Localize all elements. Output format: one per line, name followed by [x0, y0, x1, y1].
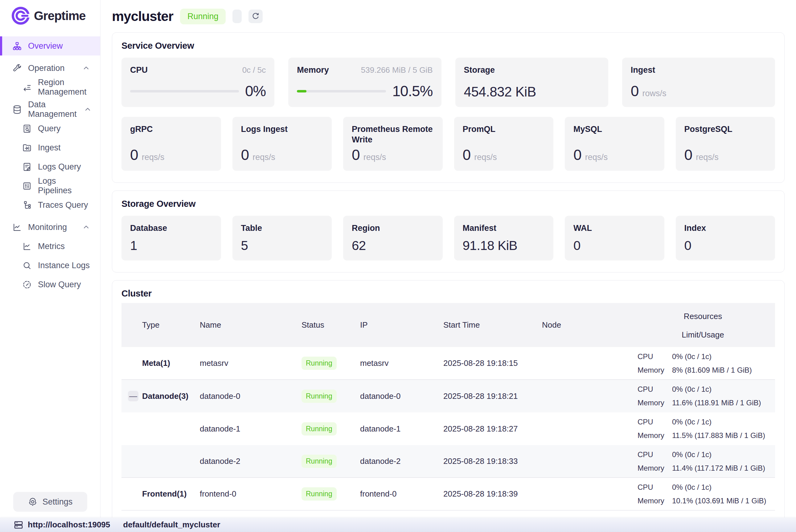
rate-label: PromQL: [463, 124, 545, 135]
storage-card-index: Index 0: [676, 216, 775, 261]
status-badge: Running: [180, 8, 226, 24]
memory-resource-label: Memory: [638, 366, 672, 375]
memory-resource-label: Memory: [638, 464, 672, 473]
memory-resource-value: 11.4% (117.172 MiB / 1 GiB): [672, 464, 765, 473]
column-start-time: Start Time: [437, 320, 535, 330]
row-type: Datanode(3): [142, 392, 188, 401]
sidebar-item-traces-query[interactable]: Traces Query: [0, 195, 100, 214]
sidebar: Greptime Overview Operation: [0, 0, 100, 532]
action-button[interactable]: [232, 10, 242, 23]
cpu-limit: 0c / 5c: [242, 65, 266, 75]
row-status-badge: Running: [302, 422, 337, 436]
chevron-up-icon[interactable]: [83, 106, 93, 113]
column-ip: IP: [353, 320, 437, 330]
row-status-badge: Running: [302, 390, 337, 403]
settings-button[interactable]: Settings: [13, 492, 87, 512]
storage-card-database: Database 1: [121, 216, 221, 261]
memory-limit: 539.266 MiB / 5 GiB: [361, 65, 433, 75]
cluster-panel: Cluster Type Name Status IP Start Time N…: [112, 280, 784, 522]
sidebar-item-label: Instance Logs: [38, 261, 90, 270]
memory-card: Memory 539.266 MiB / 5 GiB 10.5%: [288, 58, 441, 107]
section-title: Storage Overview: [121, 199, 775, 209]
sidebar-group-operation[interactable]: Operation: [0, 59, 100, 78]
storage-card-value: 91.18 KiB: [463, 238, 545, 253]
storage-card-value: 1: [130, 238, 212, 253]
service-metric-cards: CPU 0c / 5c 0% Memory 539.266 MiB / 5 Gi…: [121, 58, 775, 107]
storage-card-label: Region: [352, 223, 434, 234]
sidebar-item-label: Metrics: [38, 242, 65, 251]
database-icon: [12, 105, 22, 114]
sidebar-item-logs-pipelines[interactable]: Logs Pipelines: [0, 176, 100, 195]
table-row-datanode-1: datanode-1 Running datanode-1 2025-08-28…: [121, 413, 775, 445]
database-path: default/default_mycluster: [123, 520, 220, 530]
cpu-resource-label: CPU: [638, 450, 672, 459]
table-body: Meta(1) metasrv Running metasrv 2025-08-…: [121, 347, 775, 510]
refresh-icon: [251, 12, 260, 21]
column-node: Node: [535, 320, 631, 330]
service-overview-panel: Service Overview CPU 0c / 5c 0% Memory: [112, 32, 784, 183]
storage-cards: Database 1 Table 5 Region 62 Manifest 91…: [121, 216, 775, 261]
storage-card-value: 62: [352, 238, 434, 253]
storage-card-label: Index: [684, 223, 767, 234]
sidebar-group-label: Monitoring: [28, 223, 67, 232]
refresh-button[interactable]: [248, 10, 263, 23]
metrics-chart-icon: [22, 242, 32, 251]
column-name: Name: [193, 320, 295, 330]
speedometer-icon: [22, 280, 32, 289]
rate-unit: reqs/s: [474, 153, 497, 162]
cpu-resource-value: 0% (0c / 1c): [672, 385, 712, 394]
sidebar-item-instance-logs[interactable]: Instance Logs: [0, 256, 100, 275]
wrench-icon: [12, 63, 22, 73]
sliders-icon: [22, 181, 32, 191]
row-start-time: 2025-08-28 19:18:39: [437, 489, 535, 499]
page-header: mycluster Running: [112, 8, 784, 25]
storage-card-label: WAL: [573, 223, 656, 234]
row-ip: datanode-1: [353, 424, 437, 434]
rate-unit: reqs/s: [696, 153, 719, 162]
memory-progress-fill: [297, 90, 306, 93]
sidebar-item-region-management[interactable]: Region Management: [0, 78, 100, 97]
rate-unit: reqs/s: [363, 153, 386, 162]
current-database[interactable]: default/default_mycluster: [123, 520, 220, 530]
sidebar-item-metrics[interactable]: Metrics: [0, 237, 100, 256]
server-endpoint[interactable]: http://localhost:19095: [14, 520, 110, 530]
storage-card-value: 5: [241, 238, 323, 253]
ingest-unit: rows/s: [642, 89, 666, 98]
sidebar-group-data-management[interactable]: Data Management: [0, 100, 100, 119]
sidebar-group-label: Operation: [28, 63, 65, 73]
memory-resource-value: 8% (81.609 MiB / 1 GiB): [672, 366, 752, 375]
storage-card-table: Table 5: [232, 216, 332, 261]
row-start-time: 2025-08-28 19:18:33: [437, 456, 535, 466]
chevron-up-icon[interactable]: [81, 223, 91, 231]
tree-structure-icon: [22, 200, 32, 210]
row-status-badge: Running: [302, 455, 337, 468]
merge-left-icon: [22, 82, 32, 92]
chevron-up-icon[interactable]: [81, 64, 91, 72]
sidebar-item-slow-query[interactable]: Slow Query: [0, 275, 100, 294]
sidebar-item-label: Overview: [28, 41, 63, 51]
row-name: frontend-0: [193, 489, 295, 499]
row-resources: CPU0% (0c / 1c) Memory11.6% (118.91 MiB …: [631, 385, 775, 407]
ingest-label: Ingest: [631, 65, 656, 76]
column-status: Status: [295, 320, 353, 330]
column-type: Type: [121, 320, 193, 330]
sidebar-item-ingest[interactable]: Ingest: [0, 138, 100, 157]
sidebar-item-overview[interactable]: Overview: [0, 36, 100, 56]
cpu-resource-label: CPU: [638, 483, 672, 492]
collapse-datanode-button[interactable]: —: [128, 391, 138, 401]
memory-progress-track: [297, 90, 386, 93]
sidebar-item-label: Logs Query: [38, 162, 81, 172]
row-start-time: 2025-08-28 19:18:21: [437, 392, 535, 401]
storage-label: Storage: [464, 65, 495, 76]
sidebar-item-query[interactable]: Query: [0, 119, 100, 138]
sidebar-group-monitoring[interactable]: Monitoring: [0, 217, 100, 237]
sidebar-item-logs-query[interactable]: Logs Query: [0, 157, 100, 176]
row-ip: metasrv: [353, 359, 437, 368]
column-resources: Resources Limit/Usage: [631, 303, 775, 347]
cluster-table: Type Name Status IP Start Time Node Reso…: [121, 303, 775, 510]
storage-card-label: Table: [241, 223, 323, 234]
gear-icon: [28, 497, 38, 507]
row-ip: frontend-0: [353, 489, 437, 499]
sidebar-nav: Overview Operation Region Management: [0, 36, 100, 294]
row-start-time: 2025-08-28 19:18:15: [437, 359, 535, 368]
